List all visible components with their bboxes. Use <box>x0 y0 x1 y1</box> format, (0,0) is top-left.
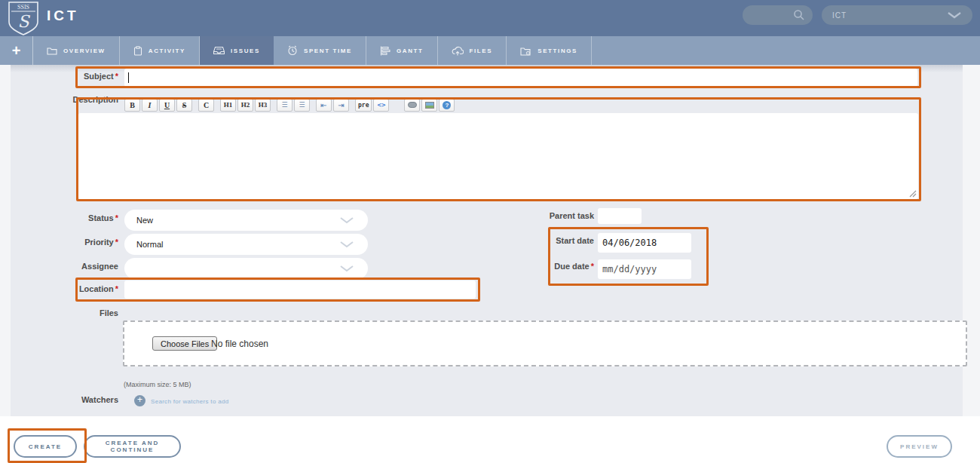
location-label: Location* <box>11 284 118 293</box>
school-logo: SSIS S <box>6 1 41 35</box>
priority-value: Normal <box>136 240 163 249</box>
shield-logo-icon: SSIS S <box>8 1 39 35</box>
link-icon <box>408 102 417 108</box>
code-block-button[interactable]: <> <box>373 99 389 112</box>
inline-code-button[interactable]: C <box>198 99 214 112</box>
status-label: Status* <box>11 213 118 222</box>
tab-gantt[interactable]: GANTT <box>366 36 438 65</box>
underline-button[interactable]: U <box>159 99 175 112</box>
outdent-icon: ⇤ <box>320 101 326 109</box>
due-date-label: Due date* <box>520 262 594 271</box>
help-button[interactable]: ? <box>439 99 455 112</box>
parent-task-label: Parent task <box>520 211 594 220</box>
chevron-down-icon <box>339 216 354 224</box>
priority-select[interactable]: Normal <box>124 234 368 255</box>
subject-input[interactable] <box>124 69 917 87</box>
tab-overview[interactable]: OVERVIEW <box>33 36 120 65</box>
required-asterisk: * <box>591 262 594 271</box>
svg-text:SSIS: SSIS <box>17 4 29 11</box>
app-header: SSIS S ICT ICT <box>0 0 980 36</box>
page-title: ICT <box>47 8 79 24</box>
assignee-label: Assignee <box>11 262 118 271</box>
project-selector-value: ICT <box>832 11 847 20</box>
description-label: Description <box>11 95 118 104</box>
choose-files-button[interactable]: Choose Files <box>152 336 217 351</box>
bold-button[interactable]: B <box>124 99 140 112</box>
tab-spent-time[interactable]: SPENT TIME <box>274 36 366 65</box>
bullet-list-button[interactable]: ☰ <box>277 99 292 112</box>
status-value: New <box>136 216 153 225</box>
new-issue-page: SSIS S ICT ICT + OVERVIEW ACTIV <box>0 0 980 463</box>
description-textarea[interactable] <box>78 113 918 199</box>
project-selector[interactable]: ICT <box>822 5 972 25</box>
help-icon: ? <box>443 101 451 109</box>
file-status-text: No file chosen <box>211 339 268 349</box>
add-button[interactable]: + <box>0 36 33 65</box>
start-date-label: Start date <box>520 236 594 245</box>
location-input[interactable] <box>124 281 476 299</box>
heading3-button[interactable]: H3 <box>255 99 271 112</box>
image-icon <box>425 102 434 109</box>
heading1-button[interactable]: H1 <box>220 99 236 112</box>
indent-icon: ⇥ <box>338 101 344 109</box>
files-label: Files <box>11 308 118 317</box>
start-date-input[interactable] <box>598 233 691 253</box>
clock-icon <box>287 45 298 56</box>
search-icon <box>793 9 805 21</box>
bullet-list-icon: ☰ <box>281 101 287 109</box>
chevron-down-icon <box>947 11 962 19</box>
status-select[interactable]: New <box>124 210 368 231</box>
outdent-button[interactable]: ⇤ <box>316 99 332 112</box>
add-watcher-link[interactable]: Search for watchers to add <box>151 398 228 405</box>
watchers-label: Watchers <box>11 395 118 404</box>
image-button[interactable] <box>421 99 437 112</box>
description-toolbar: B I U S C H1 H2 H3 ☰ ☰ ⇤ ⇥ pre <> ? <box>124 98 456 112</box>
project-nav: + OVERVIEW ACTIVITY ISSUES SPENT TIME GA… <box>0 36 980 65</box>
folder-gear-icon <box>520 46 531 56</box>
tab-files[interactable]: FILES <box>438 36 507 65</box>
cloud-upload-icon <box>452 46 464 56</box>
heading2-button[interactable]: H2 <box>237 99 253 112</box>
due-date-input[interactable] <box>598 259 691 279</box>
preview-button[interactable]: PREVIEW <box>887 435 952 458</box>
numbered-list-icon: ☰ <box>299 101 305 109</box>
assignee-select[interactable] <box>124 258 368 279</box>
clipboard-icon <box>133 46 142 56</box>
create-and-continue-button[interactable]: CREATE AND CONTINUE <box>84 435 181 458</box>
priority-label: Priority* <box>11 238 118 247</box>
search-input[interactable] <box>743 5 813 25</box>
subject-label: Subject* <box>11 72 118 81</box>
required-asterisk: * <box>115 238 118 247</box>
preformatted-button[interactable]: pre <box>355 99 372 112</box>
required-asterisk: * <box>115 284 118 293</box>
required-asterisk: * <box>115 213 118 222</box>
svg-text:S: S <box>17 12 30 31</box>
add-watcher-icon[interactable]: + <box>134 395 145 406</box>
folder-icon <box>47 46 57 55</box>
italic-button[interactable]: I <box>142 99 158 112</box>
create-button[interactable]: CREATE <box>14 435 77 458</box>
text-cursor <box>128 72 129 83</box>
link-button[interactable] <box>404 99 420 112</box>
parent-task-input[interactable] <box>598 208 642 224</box>
inbox-icon <box>213 46 225 55</box>
max-size-note: (Maximum size: 5 MB) <box>124 381 191 388</box>
chevron-down-icon <box>339 265 354 272</box>
tab-settings[interactable]: SETTINGS <box>507 36 592 65</box>
tab-activity[interactable]: ACTIVITY <box>120 36 200 65</box>
chevron-down-icon <box>339 241 354 248</box>
resize-handle-icon[interactable] <box>908 189 917 198</box>
tab-issues[interactable]: ISSUES <box>200 36 274 65</box>
numbered-list-button[interactable]: ☰ <box>294 99 310 112</box>
gantt-chart-icon <box>380 46 390 56</box>
strikethrough-button[interactable]: S <box>176 99 192 112</box>
indent-button[interactable]: ⇥ <box>333 99 349 112</box>
required-asterisk: * <box>115 72 118 81</box>
